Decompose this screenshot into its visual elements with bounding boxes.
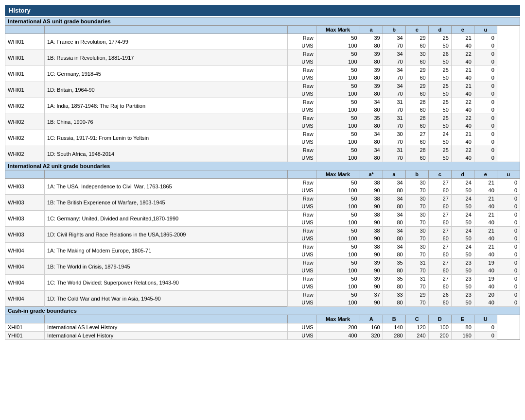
main-container: History International AS unit grade boun… <box>0 0 525 345</box>
column-header-row-a2-unit: Max Marka*abcdeu <box>5 170 520 179</box>
column-header-row-cashin: Max MarkABCDEU <box>5 315 520 323</box>
table-row: WHI031D: Civil Rights and Race Relations… <box>5 227 520 235</box>
table-row: WHI021C: Russia, 1917-91: From Lenin to … <box>5 130 520 138</box>
page-title: History <box>5 5 520 16</box>
column-header-row-as-unit: Max Markabcdeu <box>5 26 520 34</box>
table-row: WHI041B: The World in Crisis, 1879-1945R… <box>5 259 520 267</box>
table-row: WHI041D: The Cold War and Hot War in Asi… <box>5 291 520 299</box>
table-row: WHI021D: South Africa, 1948-2014Raw50343… <box>5 146 520 154</box>
table-row: WHI031B: The British Experience of Warfa… <box>5 195 520 203</box>
table-row: WHI011D: Britain, 1964-90Raw503934292521… <box>5 82 520 90</box>
table-row: WHI011C: Germany, 1918-45Raw503934292521… <box>5 66 520 74</box>
table-row: WHI041C: The World Divided: Superpower R… <box>5 275 520 283</box>
section-header-cashin: Cash-in grade boundaries <box>5 307 520 315</box>
table-row: WHI021B: China, 1900-76Raw5035312825220 <box>5 114 520 122</box>
table-row: XHI01International AS Level HistoryUMS20… <box>5 323 520 332</box>
section-header-a2-unit: International A2 unit grade boundaries <box>5 162 520 170</box>
table-row: WHI041A: The Making of Modern Europe, 18… <box>5 243 520 251</box>
grade-boundaries-table: International AS unit grade boundariesMa… <box>5 17 520 340</box>
table-row: YHI01International A Level HistoryUMS400… <box>5 332 520 340</box>
table-row: WHI021A: India, 1857-1948: The Raj to Pa… <box>5 98 520 106</box>
table-row: WHI011A: France in Revolution, 1774-99Ra… <box>5 34 520 42</box>
section-header-as-unit: International AS unit grade boundaries <box>5 17 520 26</box>
table-row: WHI031A: The USA, Independence to Civil … <box>5 179 520 187</box>
table-row: WHI031C: Germany: United, Divided and Re… <box>5 211 520 219</box>
table-row: WHI011B: Russia in Revolution, 1881-1917… <box>5 50 520 58</box>
